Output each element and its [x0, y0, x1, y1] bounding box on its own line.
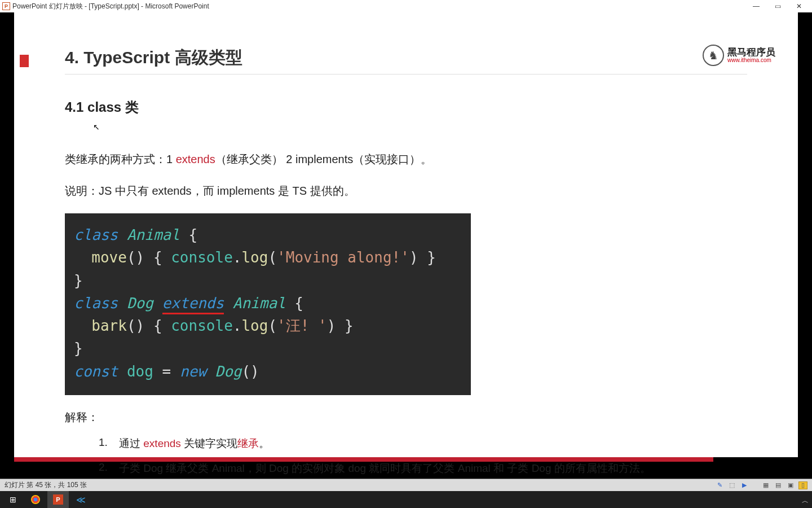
list-item: 1. 通过 extends 关键字实现继承。: [99, 436, 747, 451]
pen-icon[interactable]: ✎: [715, 481, 724, 489]
horse-icon: ♞: [703, 45, 724, 66]
slide-subtitle: 4.1 class 类: [65, 98, 747, 116]
brand-logo: ♞ 黑马程序员 www.itheima.com: [703, 45, 775, 66]
normal-view-icon[interactable]: ▦: [761, 481, 770, 489]
taskbar: ⊞ P ≪ ︿: [0, 491, 812, 508]
brand-url: www.itheima.com: [727, 57, 775, 63]
reading-view-icon[interactable]: ▣: [786, 481, 795, 489]
pointer-icon[interactable]: ⬚: [727, 481, 736, 489]
window-titlebar: P PowerPoint 幻灯片放映 - [TypeScript.pptx] -…: [0, 0, 812, 12]
vscode-taskbar-icon[interactable]: ≪: [70, 491, 91, 508]
title-divider: [65, 74, 747, 75]
powerpoint-taskbar-icon[interactable]: P: [47, 491, 69, 508]
status-bar: 幻灯片 第 45 张，共 105 张 ✎ ⬚ ▶ ▦ ▤ ▣ ▯: [0, 479, 812, 491]
close-button[interactable]: ✕: [795, 2, 803, 10]
powerpoint-icon: P: [2, 2, 10, 10]
keyword-extends-underline: extends: [162, 295, 224, 314]
footer-accent: [14, 457, 713, 462]
keyword-extends: extends: [176, 153, 215, 165]
code-block: class Animal { move() { console.log('Mov…: [65, 213, 471, 395]
window-title: PowerPoint 幻灯片放映 - [TypeScript.pptx] - M…: [12, 2, 209, 11]
slide: ♞ 黑马程序员 www.itheima.com 4. TypeScript 高级…: [14, 12, 798, 457]
slide-counter: 幻灯片 第 45 张，共 105 张: [5, 480, 87, 490]
paragraph-1: 类继承的两种方式：1 extends（继承父类） 2 implements（实现…: [65, 150, 747, 168]
paragraph-2: 说明：JS 中只有 extends，而 implements 是 TS 提供的。: [65, 182, 747, 200]
cursor-icon: ↖: [93, 122, 100, 132]
explain-heading: 解释：: [65, 410, 747, 425]
slide-title: 4. TypeScript 高级类型: [65, 46, 747, 69]
slideshow-view-icon[interactable]: ▯: [798, 481, 807, 489]
brand-name: 黑马程序员: [727, 47, 775, 57]
maximize-button[interactable]: ▭: [774, 2, 782, 10]
chrome-taskbar-icon[interactable]: [25, 491, 46, 508]
start-button[interactable]: ⊞: [2, 491, 24, 508]
list-item: 2. 子类 Dog 继承父类 Animal，则 Dog 的实例对象 dog 就同…: [99, 461, 747, 476]
minimize-button[interactable]: —: [752, 2, 760, 10]
slideshow-area[interactable]: ♞ 黑马程序员 www.itheima.com 4. TypeScript 高级…: [0, 12, 812, 457]
title-accent: [20, 55, 29, 67]
next-icon[interactable]: ▶: [740, 481, 749, 489]
sorter-view-icon[interactable]: ▤: [774, 481, 783, 489]
tray-chevron-icon[interactable]: ︿: [802, 496, 809, 506]
